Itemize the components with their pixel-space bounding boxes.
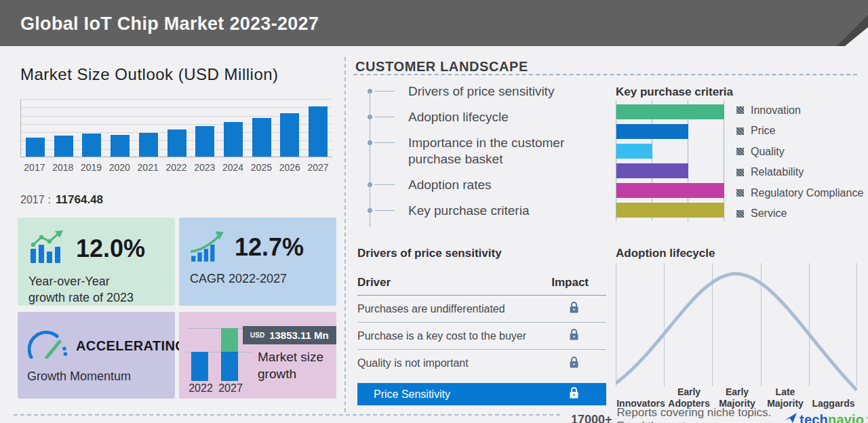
legend-item: Price xyxy=(736,124,863,138)
footer-message: Reports covering niche topics. Read them… xyxy=(617,406,779,423)
chart-value-callout: 2017:11764.48 xyxy=(20,193,103,207)
kpc-bar xyxy=(616,144,652,159)
growth-bar-2027 xyxy=(221,328,238,381)
growth-year-right: 2027 xyxy=(217,382,244,395)
driver-label: Quality is not important xyxy=(357,357,469,369)
list-item: Drivers of price sensitivity xyxy=(370,83,607,100)
market-size-bar xyxy=(82,134,101,157)
legend-item: Innovation xyxy=(736,103,863,117)
brand-tech: tech xyxy=(800,412,828,423)
growth-label: Market size growth xyxy=(258,348,334,382)
kpc-title: Key purchase criteria xyxy=(616,85,733,99)
year-label: 2021 xyxy=(134,162,162,173)
list-item: Key purchase criteria xyxy=(370,203,607,219)
kpc-bar xyxy=(616,163,688,178)
market-size-chart-labels: 2017201820192020202120222023202420252026… xyxy=(20,162,332,173)
cagr-label: CAGR 2022-2027 xyxy=(179,264,336,287)
legend-label: Price xyxy=(751,125,775,137)
market-size-chart: 2017201820192020202120222023202420252026… xyxy=(20,99,332,173)
kpc-bar xyxy=(616,203,724,218)
momentum-value: ACCELERATING xyxy=(76,338,186,354)
year-label: 2027 xyxy=(304,162,332,173)
legend-label: Service xyxy=(751,207,787,220)
kpc-bar xyxy=(616,104,724,119)
speedometer-icon xyxy=(26,330,68,361)
brand-navio: navio xyxy=(828,412,864,423)
callout-separator: : xyxy=(48,194,51,205)
legend-swatch-icon xyxy=(736,106,744,114)
market-size-bar xyxy=(309,106,328,157)
page-curl-icon xyxy=(845,27,868,46)
legend-label: Relatability xyxy=(751,166,804,178)
market-size-bar xyxy=(167,129,186,157)
table-row: Quality is not important xyxy=(357,350,606,377)
highlight-label: Price Sensitivity xyxy=(374,388,450,401)
growth-bar-2022 xyxy=(191,352,208,381)
momentum-label: Growth Momentum xyxy=(18,361,175,384)
yoy-value: 12.0% xyxy=(76,235,145,263)
legend-item: Regulatory Compliance xyxy=(736,186,863,200)
lock-icon xyxy=(569,356,579,371)
technavio-logo[interactable]: technavio’ xyxy=(784,412,868,423)
market-size-bar xyxy=(54,136,73,157)
market-size-bar xyxy=(139,133,158,157)
drivers-title: Drivers of price sensitivity xyxy=(357,247,606,260)
year-label: 2026 xyxy=(275,162,304,173)
yoy-growth-card: 12.0% Year-over-Year growth rate of 2023 xyxy=(18,218,175,306)
col-driver: Driver xyxy=(357,276,391,289)
kpc-bar xyxy=(616,183,724,198)
bell-curve xyxy=(616,263,857,392)
year-label: 2022 xyxy=(162,162,191,173)
badge-currency: USD xyxy=(250,331,264,339)
driver-label: Purchase is a key cost to the buyer xyxy=(357,330,526,342)
market-size-bar xyxy=(252,118,271,157)
lifecycle-stage-labels: Innovators Early Adopters Early Majority… xyxy=(616,382,857,409)
lock-icon xyxy=(569,386,579,402)
lock-icon xyxy=(569,328,579,344)
customer-landscape-list: Drivers of price sensitivity Adoption li… xyxy=(370,83,607,228)
lock-icon xyxy=(569,301,579,317)
legend-label: Innovation xyxy=(751,104,801,117)
cagr-card: 12.7% CAGR 2022-2027 xyxy=(179,218,336,306)
kpc-bar xyxy=(616,124,688,139)
legend-label: Regulatory Compliance xyxy=(751,187,863,199)
legend-item: Service xyxy=(736,207,863,221)
year-label: 2025 xyxy=(248,162,276,173)
kpc-chart xyxy=(616,100,724,221)
page-title: Global IoT Chip Market 2023-2027 xyxy=(20,14,319,35)
legend-swatch-icon xyxy=(736,210,744,218)
market-outlook-title: Market Size Outlook (USD Million) xyxy=(20,65,279,84)
year-label: 2017 xyxy=(20,162,49,173)
table-header: Driver Impact xyxy=(357,276,606,296)
legend-swatch-icon xyxy=(736,169,744,176)
legend-swatch-icon xyxy=(736,189,744,197)
growth-year-left: 2022 xyxy=(187,382,214,395)
legend-swatch-icon xyxy=(736,148,744,155)
year-label: 2020 xyxy=(105,162,134,173)
list-item: Importance in the customer purchase bask… xyxy=(370,135,573,167)
adoption-lifecycle: Adoption lifecycle Innovators Early Adop… xyxy=(616,247,857,260)
legend-item: Quality xyxy=(736,144,863,159)
market-size-bar xyxy=(26,138,45,157)
technavio-arrow-icon xyxy=(784,412,797,423)
year-label: 2018 xyxy=(49,162,77,173)
customer-landscape-title: CUSTOMER LANDSCAPE xyxy=(355,59,528,75)
year-label: 2023 xyxy=(191,162,219,173)
yoy-label: Year-over-Year growth rate of 2023 xyxy=(18,267,153,306)
driver-label: Purchases are undifferentiated xyxy=(357,303,505,315)
lifecycle-title: Adoption lifecycle xyxy=(616,247,857,260)
badge-value: 13853.11 Mn xyxy=(269,329,329,341)
callout-value: 11764.48 xyxy=(56,193,103,206)
market-size-bar xyxy=(224,122,243,157)
growth-curve-icon xyxy=(189,230,226,264)
title-bar: Global IoT Chip Market 2023-2027 xyxy=(0,0,868,46)
cagr-value: 12.7% xyxy=(235,233,304,262)
report-count: 17000+ xyxy=(571,413,612,423)
legend-item: Relatability xyxy=(736,165,863,180)
price-sensitivity-highlight-row: Price Sensitivity xyxy=(357,383,606,405)
price-sensitivity-table: Drivers of price sensitivity Driver Impa… xyxy=(357,247,606,405)
bar-trend-icon xyxy=(28,230,67,267)
market-size-plot xyxy=(20,99,332,157)
year-label: 2024 xyxy=(219,162,248,173)
growth-momentum-card: ACCELERATING Growth Momentum xyxy=(18,312,175,399)
